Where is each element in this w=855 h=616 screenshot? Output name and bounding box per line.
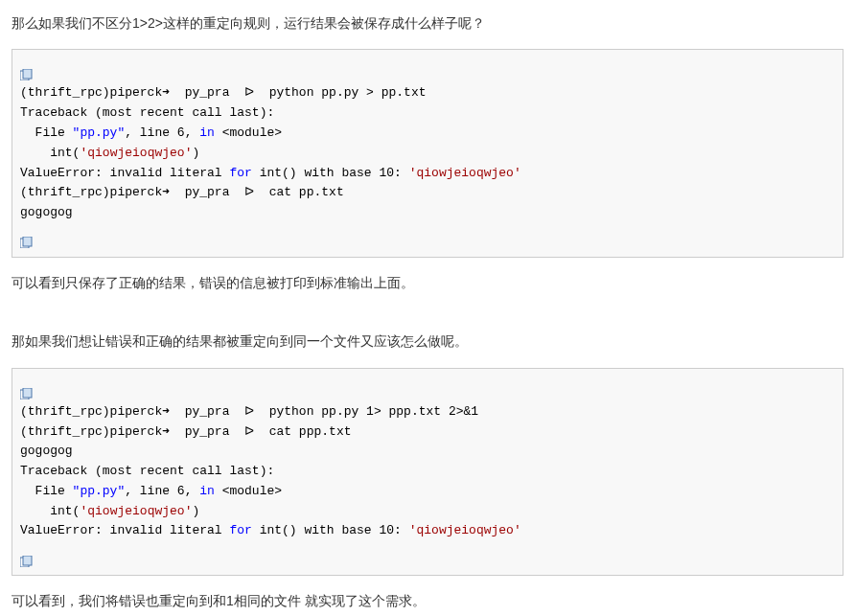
code-line: gogogog [20,203,835,223]
paragraph-2: 可以看到只保存了正确的结果，错误的信息被打印到标准输出上面。 [12,271,843,295]
paragraph-1: 那么如果我们不区分1>2>这样的重定向规则，运行结果会被保存成什么样子呢？ [12,11,843,35]
code-line: (thrift_rpc)piperck➜ py_pra ᐅ cat ppp.tx… [20,422,835,443]
code-line: (thrift_rpc)piperck➜ py_pra ᐅ cat pp.txt [20,183,835,203]
code-line: Traceback (most recent call last): [20,103,835,124]
copy-row-bottom [20,541,835,569]
svg-rect-1 [23,69,32,79]
copy-icon[interactable] [20,551,34,562]
code-line: (thrift_rpc)piperck➜ py_pra ᐅ python pp.… [20,402,835,422]
code-line: (thrift_rpc)piperck➜ py_pra ᐅ python pp.… [20,83,835,103]
code-line: File "pp.py", line 6, in <module> [20,124,835,144]
svg-rect-3 [23,237,32,246]
code-line: int('qiowjeioqwjeo') [20,144,835,164]
svg-rect-7 [23,556,32,565]
copy-row-top [20,375,835,402]
copy-icon[interactable] [20,64,34,76]
copy-icon[interactable] [20,232,34,243]
paragraph-4: 可以看到，我们将错误也重定向到和1相同的文件 就实现了这个需求。 [12,589,843,613]
code-line: gogogog [20,442,835,462]
spacer [12,308,843,330]
code-line: ValueError: invalid literal for int() wi… [20,521,835,541]
code-line: File "pp.py", line 6, in <module> [20,482,835,502]
code-line: Traceback (most recent call last): [20,462,835,482]
copy-row-bottom [20,223,835,251]
paragraph-3: 那如果我们想让错误和正确的结果都被重定向到同一个文件又应该怎么做呢。 [12,330,843,354]
code-line: int('qiowjeioqwjeo') [20,502,835,522]
copy-icon[interactable] [20,383,34,395]
code-line: ValueError: invalid literal for int() wi… [20,164,835,184]
code-block-2: (thrift_rpc)piperck➜ py_pra ᐅ python pp.… [12,368,843,577]
code-block-1: (thrift_rpc)piperck➜ py_pra ᐅ python pp.… [12,49,843,258]
copy-row-top [20,56,835,83]
svg-rect-5 [23,388,32,398]
